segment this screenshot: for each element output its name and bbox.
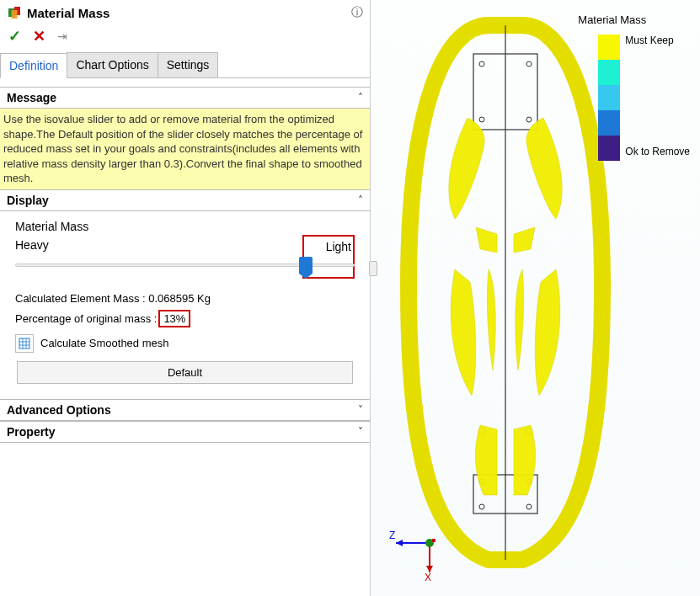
- tab-settings[interactable]: Settings: [158, 52, 219, 77]
- legend-ok-remove: Ok to Remove: [625, 146, 690, 157]
- section-advanced: Advanced Options ˅: [0, 399, 370, 421]
- tab-chart-options[interactable]: Chart Options: [67, 52, 158, 77]
- svg-point-8: [479, 117, 484, 122]
- display-subhead: Material Mass: [15, 220, 361, 233]
- svg-point-13: [479, 504, 484, 509]
- property-panel: Material Mass ⓘ ✓ ✕ ⇥ Definition Chart O…: [0, 0, 371, 596]
- calculated-mass: Calculated Element Mass : 0.068595 Kg: [15, 292, 358, 305]
- slider-light-label: Light: [326, 240, 351, 253]
- slider-heavy-label: Heavy: [15, 238, 49, 252]
- action-row: ✓ ✕ ⇥: [0, 24, 370, 52]
- viewport-3d[interactable]: Material Mass Must Keep Ok to Remove: [371, 0, 700, 596]
- section-message-title: Message: [7, 91, 56, 104]
- default-button[interactable]: Default: [17, 361, 352, 384]
- axis-z-label: Z: [389, 529, 395, 541]
- message-text: Use the isovalue slider to add or remove…: [0, 109, 370, 189]
- section-display-title: Display: [7, 194, 49, 207]
- svg-rect-3: [19, 338, 29, 349]
- legend-title: Material Mass: [578, 13, 690, 26]
- section-display: Display ˄ Material Mass Heavy Light Calc…: [0, 189, 370, 399]
- color-legend: Material Mass Must Keep Ok to Remove: [578, 13, 690, 157]
- calculate-smoothed-button[interactable]: [15, 334, 34, 353]
- tab-definition[interactable]: Definition: [0, 53, 67, 78]
- legend-bar: [598, 35, 620, 161]
- section-display-header[interactable]: Display ˄: [0, 190, 370, 211]
- section-property: Property ˅: [0, 421, 370, 443]
- section-advanced-header[interactable]: Advanced Options ˅: [0, 400, 370, 421]
- svg-marker-18: [396, 540, 403, 546]
- svg-point-7: [526, 61, 532, 67]
- section-property-header[interactable]: Property ˅: [0, 422, 370, 443]
- pin-button[interactable]: ⇥: [57, 29, 67, 43]
- svg-point-6: [479, 61, 484, 67]
- section-advanced-title: Advanced Options: [7, 403, 111, 417]
- help-icon[interactable]: ⓘ: [351, 5, 363, 20]
- svg-point-16: [526, 428, 532, 434]
- percentage-label: Percentage of original mass :: [15, 312, 157, 325]
- material-mass-icon: [7, 5, 22, 20]
- ok-button[interactable]: ✓: [8, 27, 21, 45]
- chevron-up-icon: ˄: [358, 92, 363, 104]
- chevron-down-icon: ˅: [358, 404, 363, 416]
- section-message: Message ˄ Use the isovalue slider to add…: [0, 87, 370, 189]
- svg-point-9: [526, 117, 532, 122]
- calculate-smoothed-label: Calculate Smoothed mesh: [40, 337, 168, 349]
- section-message-header[interactable]: Message ˄: [0, 88, 370, 109]
- splitter-handle[interactable]: [369, 261, 377, 276]
- chevron-up-icon: ˄: [358, 194, 363, 206]
- section-property-title: Property: [7, 425, 56, 439]
- chevron-down-icon: ˅: [358, 426, 363, 438]
- slider-thumb[interactable]: [299, 257, 313, 274]
- title-row: Material Mass ⓘ: [0, 0, 370, 24]
- percentage-row: Percentage of original mass : 13%: [15, 310, 358, 327]
- legend-must-keep: Must Keep: [625, 35, 690, 46]
- view-triad[interactable]: Z X: [387, 522, 446, 581]
- cancel-button[interactable]: ✕: [33, 27, 45, 45]
- svg-point-14: [526, 504, 532, 509]
- svg-rect-22: [432, 539, 435, 542]
- panel-title: Material Mass: [27, 6, 351, 20]
- calculate-smoothed-row: Calculate Smoothed mesh: [15, 334, 358, 353]
- svg-rect-2: [12, 10, 18, 19]
- axis-x-label: X: [425, 572, 431, 581]
- material-mass-slider[interactable]: Heavy Light: [15, 238, 355, 285]
- svg-point-15: [478, 428, 485, 434]
- percentage-value: 13%: [158, 310, 190, 327]
- tabs: Definition Chart Options Settings: [0, 52, 370, 78]
